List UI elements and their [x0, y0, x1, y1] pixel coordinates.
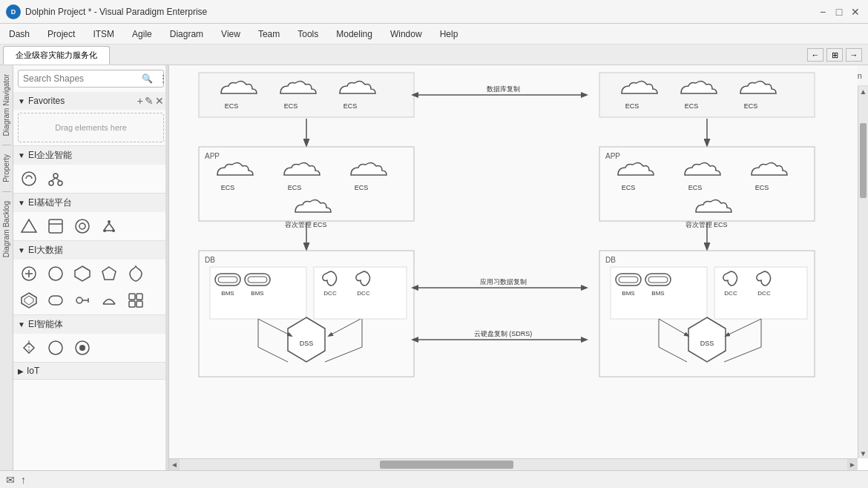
shape-item[interactable]: [45, 215, 67, 237]
ei-agent-label: EI智能体: [28, 318, 63, 331]
svg-text:APP: APP: [205, 152, 220, 160]
menu-team[interactable]: Team: [249, 26, 289, 42]
menu-agile[interactable]: Agile: [123, 26, 161, 42]
ei-base-label: EI基础平台: [28, 197, 72, 209]
iot-header[interactable]: ▶ IoT: [13, 363, 168, 379]
shape-item[interactable]: [98, 263, 120, 285]
svg-marker-78: [581, 337, 588, 343]
scrollbar-thumb[interactable]: [860, 123, 867, 197]
scroll-left-button[interactable]: ◄: [169, 459, 180, 470]
shape-item[interactable]: [45, 168, 67, 190]
shape-item[interactable]: [45, 289, 67, 311]
shape-item[interactable]: [71, 337, 93, 359]
ei-base-header[interactable]: ▼ EI基础平台: [13, 194, 168, 212]
nav-grid-button[interactable]: ⊞: [826, 48, 843, 62]
menu-help[interactable]: Help: [431, 26, 467, 42]
sidebar-resize-handle[interactable]: [165, 65, 168, 470]
nav-forward-button[interactable]: →: [846, 48, 862, 62]
menu-view[interactable]: View: [212, 26, 249, 42]
scroll-right-button[interactable]: ►: [847, 459, 858, 470]
favorites-section: ▼ Favorites + ✎ ✕ Drag elements here: [13, 92, 168, 146]
svg-point-24: [76, 297, 82, 303]
svg-text:BMS: BMS: [622, 290, 634, 297]
favorites-close-icon[interactable]: ✕: [155, 95, 164, 107]
ei-agent-section: ▼ EI智能体: [13, 315, 168, 363]
svg-text:ECS: ECS: [755, 184, 769, 191]
menu-itsm[interactable]: ITSM: [84, 26, 123, 42]
shape-item[interactable]: [18, 215, 40, 237]
bottom-icon-message[interactable]: ✉: [6, 474, 15, 486]
shape-item[interactable]: [71, 215, 93, 237]
vertical-scrollbar[interactable]: ▲ ▼: [858, 86, 868, 458]
shape-item[interactable]: [71, 289, 93, 311]
svg-rect-28: [129, 294, 135, 300]
diagram-tab[interactable]: 企业级容灾能力服务化: [3, 46, 110, 65]
shape-item[interactable]: [71, 263, 93, 285]
svg-rect-29: [137, 294, 142, 300]
nav-label-property[interactable]: Property: [1, 148, 12, 188]
search-icon[interactable]: 🔍: [139, 70, 156, 87]
menu-modeling[interactable]: Modeling: [327, 26, 381, 42]
svg-point-33: [49, 341, 62, 355]
diagram-svg: ECS ECS ECS APP ECS: [169, 65, 837, 458]
ei-enterprise-chevron: ▼: [18, 151, 25, 159]
svg-marker-6: [22, 220, 36, 232]
shape-item[interactable]: [125, 289, 147, 311]
favorites-hint: Drag elements here: [55, 123, 127, 132]
svg-text:应用习数据复制: 应用习数据复制: [480, 278, 527, 286]
nav-label-diagram[interactable]: Diagram Navigator: [1, 68, 12, 142]
svg-point-2: [49, 181, 53, 185]
svg-text:BMS: BMS: [221, 290, 234, 297]
shape-item[interactable]: [18, 289, 40, 311]
svg-point-0: [22, 172, 36, 185]
nav-label-backlog[interactable]: Diagram Backlog: [1, 195, 12, 263]
iot-chevron: ▶: [18, 367, 24, 375]
horizontal-scrollbar[interactable]: ◄ ►: [169, 458, 858, 470]
titlebar: D Dolphin Project * - Visual Paradigm En…: [0, 0, 868, 24]
svg-line-5: [56, 178, 60, 181]
maximize-button[interactable]: □: [832, 5, 846, 19]
shape-item[interactable]: [45, 337, 67, 359]
shape-item[interactable]: [125, 263, 147, 285]
app-title: Dolphin Project * - Visual Paradigm Ente…: [25, 7, 816, 17]
svg-marker-70: [581, 92, 588, 98]
menu-project[interactable]: Project: [39, 26, 84, 42]
ei-bigdata-header[interactable]: ▼ EI大数据: [13, 241, 168, 260]
favorites-header[interactable]: ▼ Favorites + ✎ ✕: [13, 92, 168, 110]
shape-item[interactable]: [18, 337, 40, 359]
favorites-add-icon[interactable]: +: [137, 95, 143, 107]
shape-item[interactable]: [98, 215, 120, 237]
svg-text:数据库复制: 数据库复制: [487, 85, 520, 93]
ei-bigdata-label: EI大数据: [28, 244, 63, 257]
favorites-edit-icon[interactable]: ✎: [145, 95, 154, 107]
svg-text:APP: APP: [605, 152, 620, 160]
ei-enterprise-header[interactable]: ▼ EI企业智能: [13, 146, 168, 165]
menu-window[interactable]: Window: [381, 26, 431, 42]
diagram-canvas[interactable]: ECS ECS ECS APP ECS: [169, 65, 858, 458]
shape-item[interactable]: [45, 263, 67, 285]
scroll-up-button[interactable]: ▲: [858, 86, 868, 96]
close-button[interactable]: ✕: [849, 5, 862, 19]
shape-item[interactable]: [98, 289, 120, 311]
svg-text:容次管理 ECS: 容次管理 ECS: [284, 221, 326, 228]
shape-item[interactable]: [18, 168, 40, 190]
scroll-down-button[interactable]: ▼: [858, 448, 868, 458]
menu-diagram[interactable]: Diagram: [161, 26, 212, 42]
bottom-icon-export[interactable]: ↑: [21, 474, 26, 486]
bottom-bar: ✉ ↑: [0, 470, 868, 488]
ei-agent-header[interactable]: ▼ EI智能体: [13, 315, 168, 334]
nav-back-button[interactable]: ←: [807, 48, 823, 62]
search-input[interactable]: [19, 70, 139, 87]
menu-dash[interactable]: Dash: [0, 26, 39, 42]
svg-text:容次管理 ECS: 容次管理 ECS: [685, 221, 727, 228]
shape-item[interactable]: [18, 263, 40, 285]
ei-enterprise-shapes: [13, 165, 168, 193]
minimize-button[interactable]: −: [816, 5, 829, 19]
svg-point-1: [53, 174, 58, 178]
favorites-actions: + ✎ ✕: [137, 95, 164, 107]
ei-agent-shapes: [13, 334, 168, 362]
svg-text:ECS: ECS: [688, 184, 703, 191]
svg-text:DB: DB: [205, 256, 215, 264]
h-scrollbar-thumb[interactable]: [380, 461, 513, 469]
menu-tools[interactable]: Tools: [289, 26, 327, 42]
